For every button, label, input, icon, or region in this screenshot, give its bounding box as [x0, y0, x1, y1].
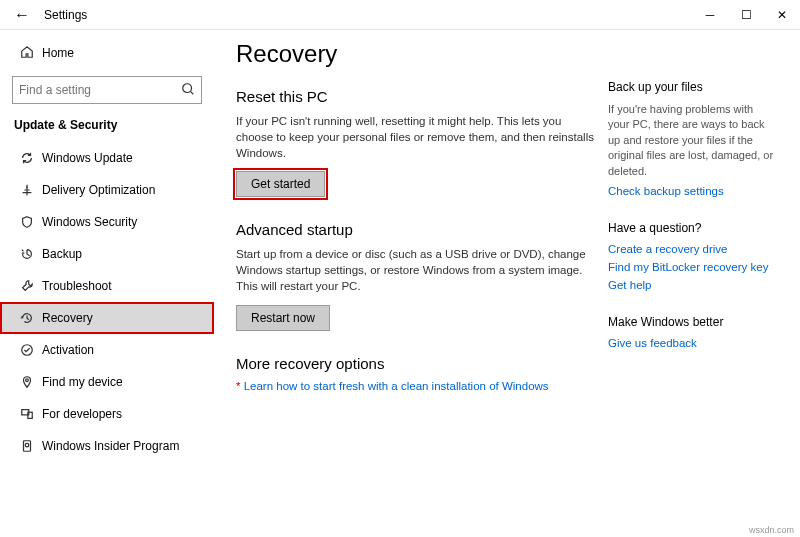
sidebar-item-label: Windows Security — [42, 215, 137, 229]
sidebar-category: Update & Security — [0, 118, 214, 142]
page-title: Recovery — [236, 40, 596, 68]
section-advanced-startup: Advanced startup Start up from a device … — [236, 221, 596, 330]
aside-better: Make Windows better Give us feedback — [608, 315, 776, 349]
svg-rect-5 — [24, 441, 31, 452]
sidebar-item-recovery[interactable]: Recovery — [0, 302, 214, 334]
sidebar-item-label: For developers — [42, 407, 122, 421]
sidebar-home-label: Home — [42, 46, 74, 60]
aside: Back up your files If you're having prob… — [596, 40, 776, 537]
reset-heading: Reset this PC — [236, 88, 596, 105]
sidebar-item-for-developers[interactable]: For developers — [0, 398, 214, 430]
backup-icon — [20, 247, 42, 261]
more-heading: More recovery options — [236, 355, 596, 372]
close-button[interactable]: ✕ — [764, 0, 800, 30]
aside-backup-heading: Back up your files — [608, 80, 776, 94]
wrench-icon — [20, 279, 42, 293]
advanced-body: Start up from a device or disc (such as … — [236, 246, 596, 294]
sidebar-item-label: Find my device — [42, 375, 123, 389]
window-title: Settings — [44, 8, 87, 22]
watermark: wsxdn.com — [749, 525, 794, 535]
svg-point-6 — [25, 443, 29, 447]
sidebar-item-activation[interactable]: Activation — [0, 334, 214, 366]
sidebar: Home Update & Security Windows Update De… — [0, 30, 214, 537]
find-bitlocker-key-link[interactable]: Find my BitLocker recovery key — [608, 261, 776, 273]
search-box[interactable] — [12, 76, 202, 104]
sidebar-item-windows-insider[interactable]: Windows Insider Program — [0, 430, 214, 462]
restart-now-button[interactable]: Restart now — [236, 305, 330, 331]
window-buttons: ─ ☐ ✕ — [692, 0, 800, 30]
check-backup-link[interactable]: Check backup settings — [608, 185, 776, 197]
section-more-recovery: More recovery options * Learn how to sta… — [236, 355, 596, 392]
get-help-link[interactable]: Get help — [608, 279, 776, 291]
sync-icon — [20, 151, 42, 165]
sidebar-item-find-my-device[interactable]: Find my device — [0, 366, 214, 398]
sidebar-item-delivery-optimization[interactable]: Delivery Optimization — [0, 174, 214, 206]
shield-icon — [20, 215, 42, 229]
sidebar-item-label: Troubleshoot — [42, 279, 112, 293]
sidebar-item-windows-update[interactable]: Windows Update — [0, 142, 214, 174]
search-input[interactable] — [19, 83, 181, 97]
section-reset-pc: Reset this PC If your PC isn't running w… — [236, 88, 596, 197]
svg-point-0 — [183, 83, 192, 92]
create-recovery-drive-link[interactable]: Create a recovery drive — [608, 243, 776, 255]
titlebar: ← Settings ─ ☐ ✕ — [0, 0, 800, 30]
sidebar-item-label: Windows Insider Program — [42, 439, 179, 453]
give-feedback-link[interactable]: Give us feedback — [608, 337, 776, 349]
sidebar-item-label: Recovery — [42, 311, 93, 325]
reset-body: If your PC isn't running well, resetting… — [236, 113, 596, 161]
home-icon — [20, 45, 42, 62]
back-icon[interactable]: ← — [14, 6, 34, 24]
search-icon — [181, 82, 195, 99]
minimize-button[interactable]: ─ — [692, 0, 728, 30]
aside-question: Have a question? Create a recovery drive… — [608, 221, 776, 291]
svg-point-2 — [26, 379, 29, 382]
main-content: Recovery Reset this PC If your PC isn't … — [214, 30, 800, 537]
asterisk-icon: * — [236, 380, 240, 392]
devices-icon — [20, 407, 42, 421]
maximize-button[interactable]: ☐ — [728, 0, 764, 30]
start-fresh-link[interactable]: Learn how to start fresh with a clean in… — [244, 380, 549, 392]
sidebar-home[interactable]: Home — [0, 38, 214, 68]
aside-question-heading: Have a question? — [608, 221, 776, 235]
check-circle-icon — [20, 343, 42, 357]
sidebar-item-label: Backup — [42, 247, 82, 261]
history-icon — [20, 311, 42, 325]
aside-better-heading: Make Windows better — [608, 315, 776, 329]
sidebar-item-label: Delivery Optimization — [42, 183, 155, 197]
aside-backup-body: If you're having problems with your PC, … — [608, 102, 776, 179]
location-icon — [20, 375, 42, 389]
sidebar-item-label: Activation — [42, 343, 94, 357]
aside-backup: Back up your files If you're having prob… — [608, 80, 776, 197]
advanced-heading: Advanced startup — [236, 221, 596, 238]
insider-icon — [20, 439, 42, 453]
sidebar-item-windows-security[interactable]: Windows Security — [0, 206, 214, 238]
delivery-icon — [20, 183, 42, 197]
sidebar-item-backup[interactable]: Backup — [0, 238, 214, 270]
sidebar-item-label: Windows Update — [42, 151, 133, 165]
svg-point-1 — [22, 345, 33, 356]
sidebar-item-troubleshoot[interactable]: Troubleshoot — [0, 270, 214, 302]
get-started-button[interactable]: Get started — [236, 171, 325, 197]
